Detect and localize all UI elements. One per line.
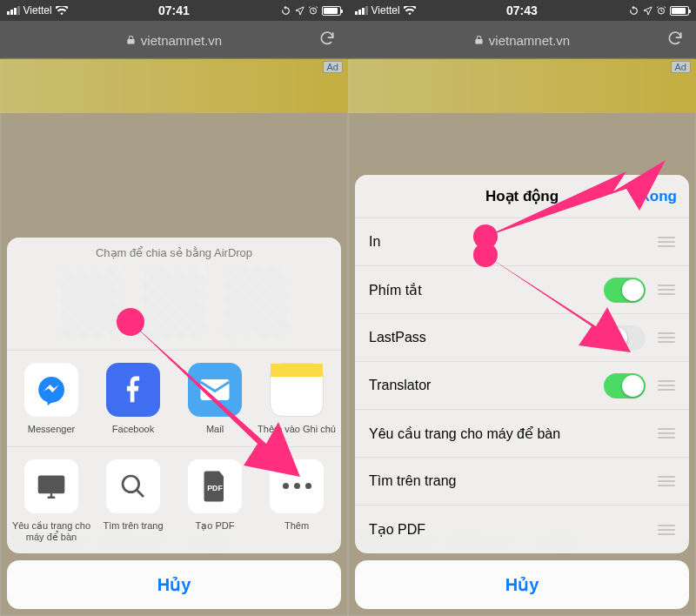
share-app-facebook[interactable]: Facebook: [92, 363, 174, 435]
activities-title: Hoạt động: [485, 187, 559, 205]
action-more[interactable]: Thêm: [256, 459, 338, 543]
airdrop-peer[interactable]: [62, 268, 123, 338]
clock: 07:43: [416, 3, 628, 17]
toggle-translator[interactable]: [604, 373, 646, 398]
airdrop-peer[interactable]: [144, 268, 204, 338]
action-label: Tìm trên trang: [103, 520, 163, 531]
url-text: vietnamnet.vn: [141, 33, 222, 48]
reload-icon[interactable]: [318, 30, 336, 50]
app-label: Messenger: [28, 424, 75, 434]
status-bar: Viettel 07:43: [348, 0, 696, 21]
cancel-button[interactable]: Hủy: [7, 560, 341, 609]
app-label: Mail: [206, 424, 224, 434]
share-app-messenger[interactable]: Messenger: [10, 363, 92, 435]
url-text: vietnamnet.vn: [489, 33, 570, 48]
activity-label: Tìm trên trang: [369, 473, 456, 489]
activity-row-print[interactable]: In: [355, 218, 689, 266]
activity-label: LastPass: [369, 330, 604, 345]
activity-label: In: [369, 234, 380, 250]
action-row: Yêu cầu trang cho máy để bàn Tìm trên tr…: [7, 446, 341, 553]
app-row: Messenger Facebook Mail Thêm vào Ghi chú: [7, 350, 341, 445]
airdrop-peer[interactable]: [225, 268, 286, 338]
status-bar: Viettel 07:41: [0, 0, 348, 21]
battery-icon: [670, 6, 689, 16]
more-icon: [270, 459, 324, 513]
activity-row-find[interactable]: Tìm trên trang: [355, 458, 689, 506]
share-app-mail[interactable]: Mail: [174, 363, 256, 435]
phone-left: Viettel 07:41 vietnamnet.vn Ad Education…: [0, 0, 348, 616]
activity-row-pdf[interactable]: Tạo PDF: [355, 506, 689, 553]
svg-point-3: [123, 476, 139, 492]
drag-handle-icon[interactable]: [658, 428, 675, 439]
phone-right: Viettel 07:43 vietnamnet.vn Ad Education…: [348, 0, 696, 616]
action-label: Tạo PDF: [196, 520, 235, 531]
activities-header: Hoạt động Xong: [355, 175, 689, 218]
action-pdf[interactable]: PDF Tạo PDF: [174, 459, 256, 543]
carrier-label: Viettel: [23, 4, 52, 17]
activity-row-shortcut[interactable]: Phím tắt: [355, 266, 689, 314]
activity-label: Tạo PDF: [369, 521, 425, 538]
svg-rect-2: [39, 476, 64, 492]
done-button[interactable]: Xong: [640, 188, 678, 205]
drag-handle-icon[interactable]: [658, 332, 675, 343]
wifi-icon: [56, 6, 68, 16]
share-sheet: Chạm để chia sẻ bằng AirDrop Messenger F…: [7, 238, 341, 609]
reload-icon[interactable]: [666, 30, 684, 50]
signal-icon: [355, 6, 368, 15]
drag-handle-icon[interactable]: [658, 380, 675, 391]
lock-icon: [474, 34, 484, 46]
location-icon: [295, 6, 304, 16]
action-label: Thêm: [284, 520, 309, 531]
activity-row-desktop-site[interactable]: Yêu cầu trang cho máy để bàn: [355, 410, 689, 458]
action-find[interactable]: Tìm trên trang: [92, 459, 174, 543]
activities-sheet: Hoạt động Xong In Phím tắt LastPass Tran…: [355, 175, 689, 609]
drag-handle-icon[interactable]: [658, 285, 675, 295]
share-app-notes[interactable]: Thêm vào Ghi chú: [256, 363, 338, 435]
alarm-icon: [656, 5, 666, 16]
action-desktop-site[interactable]: Yêu cầu trang cho máy để bàn: [10, 459, 92, 543]
activity-label: Translator: [369, 378, 604, 393]
activity-row-translator[interactable]: Translator: [355, 362, 689, 410]
clock: 07:41: [68, 3, 280, 17]
drag-handle-icon[interactable]: [658, 237, 675, 247]
desktop-icon: [24, 459, 78, 513]
activity-row-lastpass[interactable]: LastPass: [355, 314, 689, 362]
svg-text:PDF: PDF: [207, 484, 223, 492]
toggle-lastpass[interactable]: [604, 325, 646, 351]
signal-icon: [7, 6, 20, 15]
safari-address-bar[interactable]: vietnamnet.vn: [0, 21, 348, 59]
location-icon: [643, 6, 652, 16]
orientation-lock-icon: [628, 5, 639, 17]
search-icon: [106, 459, 160, 513]
activity-label: Yêu cầu trang cho máy để bàn: [369, 425, 560, 442]
activity-label: Phím tắt: [369, 282, 604, 298]
alarm-icon: [308, 5, 318, 16]
cancel-button[interactable]: Hủy: [355, 560, 689, 609]
lock-icon: [126, 34, 136, 46]
airdrop-row: [7, 263, 341, 350]
action-label: Yêu cầu trang cho máy để bàn: [12, 520, 90, 542]
airdrop-hint: Chạm để chia sẻ bằng AirDrop: [7, 238, 341, 263]
pdf-icon: PDF: [188, 459, 242, 513]
orientation-lock-icon: [280, 5, 291, 17]
wifi-icon: [404, 6, 416, 16]
battery-icon: [322, 6, 341, 16]
toggle-shortcut[interactable]: [604, 278, 646, 303]
app-label: Thêm vào Ghi chú: [258, 424, 336, 434]
drag-handle-icon[interactable]: [658, 525, 675, 535]
app-label: Facebook: [112, 424, 154, 434]
safari-address-bar[interactable]: vietnamnet.vn: [348, 21, 696, 59]
carrier-label: Viettel: [371, 4, 400, 17]
drag-handle-icon[interactable]: [658, 476, 675, 486]
